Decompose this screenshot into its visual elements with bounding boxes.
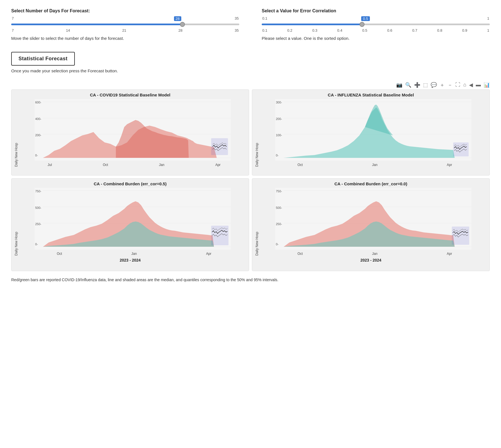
svg-text:500-: 500- [35, 206, 41, 209]
svg-text:0-: 0- [276, 154, 279, 157]
camera-icon[interactable]: 📷 [396, 82, 402, 88]
chart-combined05-xlabels: Oct Jan Apr [19, 252, 246, 256]
charts-grid: CA - COVID19 Statistical Baseline Model … [11, 89, 490, 271]
footer-note: Red/green bars are reported COVID-19/Inf… [11, 277, 490, 283]
chart-covid19-title: CA - COVID19 Statistical Baseline Model [14, 93, 246, 97]
error-description: Please select a value. One is the sorted… [262, 35, 490, 42]
svg-text:250-: 250- [35, 222, 41, 226]
chart-combined05-title: CA - Combined Burden (err_cor=0.5) [14, 181, 246, 186]
svg-text:750-: 750- [276, 190, 282, 193]
chart-combined00-year: 2023 - 2024 [255, 258, 487, 262]
svg-text:300-: 300- [276, 101, 282, 104]
days-control: Select Number of Days For Forecast: 7 28… [11, 8, 239, 42]
days-active-value: 28 [174, 16, 181, 21]
chart-combined00-svg: 750- 500- 250- 0- [260, 188, 487, 250]
chart-combined05-inner: 750- 500- 250- 0- [19, 188, 246, 256]
chart-combined05-svg: 750- 500- 250- 0- [19, 188, 246, 250]
chart-combined05-area: Daily New Hosp 750- 500- 250- 0- [14, 188, 246, 256]
zoom-out-icon[interactable]: － [447, 82, 453, 88]
chart-combined00-inner: 750- 500- 250- 0- [260, 188, 487, 256]
expand-icon[interactable]: ⛶ [455, 82, 460, 88]
svg-text:0-: 0- [35, 154, 38, 157]
forecast-button[interactable]: Statistical Forecast [11, 52, 75, 66]
line-icon[interactable]: ▬ [476, 82, 481, 88]
svg-text:750-: 750- [35, 190, 41, 193]
error-control: Select a Value for Error Correlation 0.1… [262, 8, 490, 42]
chart-covid19-inner: 600- 400- 200- 0- [19, 99, 246, 167]
comment-icon[interactable]: 💬 [431, 82, 437, 88]
svg-text:500-: 500- [276, 206, 282, 209]
error-ticks-bottom: 0.1 0.2 0.3 0.4 0.5 0.6 0.7 0.8 0.9 1 [262, 28, 490, 33]
chart-combined00: CA - Combined Burden (err_cor=0.0) Daily… [252, 178, 490, 271]
days-description: Move the slider to select the number of … [11, 35, 239, 42]
chart-influenza-xlabels: Oct Jan Apr [260, 163, 487, 167]
error-active-value: 0.5 [361, 16, 370, 21]
days-label: Select Number of Days For Forecast: [11, 8, 239, 13]
chart-combined05-year: 2023 - 2024 [14, 258, 246, 262]
chart-combined05-ylabel: Daily New Hosp [14, 188, 18, 256]
days-ticks-bottom: 7 14 21 28 35 [11, 28, 239, 33]
chart-covid19-area: Daily New Hosp 600- 400- 200- 0- [14, 99, 246, 167]
chart-combined05: CA - Combined Burden (err_cor=0.5) Daily… [11, 178, 249, 271]
svg-text:600-: 600- [35, 101, 41, 104]
chart-toolbar: 📷 🔍 ➕ ⬚ 💬 ＋ － ⛶ ⌂ ◀ ▬ 📊 [11, 82, 490, 88]
chart-influenza: CA - INFLUENZA Statistical Baseline Mode… [252, 89, 490, 175]
error-slider-wrapper: 0.1 0.5 1 0.1 0.2 0.3 0.4 [262, 16, 490, 33]
zoom-icon[interactable]: 🔍 [405, 82, 411, 88]
chart-covid19-xlabels: Jul Oct Jan Apr [19, 163, 246, 167]
chart-combined00-ylabel: Daily New Hosp [255, 188, 259, 256]
chart-influenza-inner: 300- 200- 100- 0- [260, 99, 487, 167]
home-icon[interactable]: ⌂ [463, 82, 466, 88]
svg-text:0-: 0- [35, 243, 38, 246]
chart-covid19-ylabel: Daily New Hosp [14, 99, 18, 167]
after-button-text: Once you made your selection press the F… [11, 68, 490, 73]
zoom-in-icon[interactable]: ＋ [440, 82, 445, 88]
chart-combined00-title: CA - Combined Burden (err_cor=0.0) [255, 181, 487, 186]
svg-text:200-: 200- [35, 133, 41, 137]
svg-text:400-: 400- [35, 117, 41, 121]
chart-combined00-xlabels: Oct Jan Apr [260, 252, 487, 256]
back-icon[interactable]: ◀ [469, 82, 473, 88]
select-icon[interactable]: ⬚ [423, 82, 428, 88]
svg-text:100-: 100- [276, 133, 282, 137]
svg-text:250-: 250- [276, 222, 282, 226]
days-ticks-top: 7 28 35 [11, 16, 239, 21]
chart-influenza-ylabel: Daily New Hosp [255, 99, 259, 167]
plus-icon[interactable]: ➕ [414, 82, 420, 88]
days-slider-wrapper: 7 28 35 7 14 21 28 35 [11, 16, 239, 33]
chart-influenza-area: Daily New Hosp 300- 200- 100- 0- [255, 99, 487, 167]
error-ticks-top: 0.1 0.5 1 [262, 16, 490, 21]
chart-covid19: CA - COVID19 Statistical Baseline Model … [11, 89, 249, 175]
svg-text:200-: 200- [276, 117, 282, 121]
chart-influenza-svg: 300- 200- 100- 0- [260, 99, 487, 161]
bar-chart-icon[interactable]: 📊 [484, 82, 490, 88]
chart-influenza-title: CA - INFLUENZA Statistical Baseline Mode… [255, 93, 487, 97]
chart-combined00-area: Daily New Hosp 750- 500- 250- 0- [255, 188, 487, 256]
error-label: Select a Value for Error Correlation [262, 8, 490, 13]
chart-covid19-svg: 600- 400- 200- 0- [19, 99, 246, 161]
svg-text:0-: 0- [276, 243, 279, 246]
